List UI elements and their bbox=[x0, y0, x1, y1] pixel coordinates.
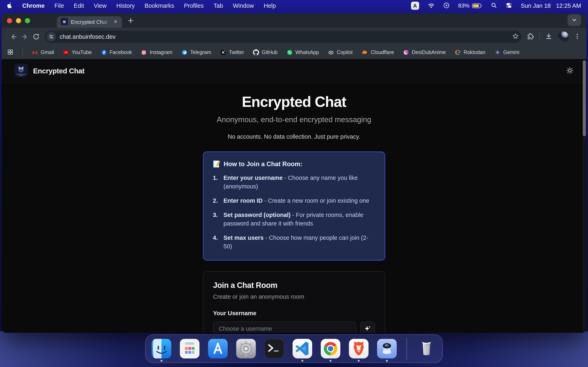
tab-title: Encrypted Chat - Anonymous bbox=[71, 19, 110, 25]
google-g-icon bbox=[455, 49, 461, 55]
input-source-badge[interactable]: A bbox=[411, 2, 419, 10]
url-text[interactable]: chat.anbuinfosec.dev bbox=[60, 33, 116, 40]
menu-bookmarks[interactable]: Bookmarks bbox=[145, 2, 174, 9]
twitter-x-icon bbox=[220, 49, 226, 55]
join-card-subtitle: Create or join an anonymous room bbox=[213, 293, 375, 300]
username-input[interactable] bbox=[213, 322, 356, 333]
telegram-icon bbox=[182, 49, 188, 55]
hero-subtitle: Anonymous, end-to-end encrypted messagin… bbox=[2, 115, 586, 124]
facebook-icon bbox=[101, 49, 107, 55]
close-window-button[interactable] bbox=[7, 18, 12, 23]
menu-file[interactable]: File bbox=[54, 2, 64, 9]
menu-profiles[interactable]: Profiles bbox=[184, 2, 204, 9]
macos-dock bbox=[145, 334, 443, 363]
bookmark-twitter[interactable]: Twitter bbox=[220, 49, 244, 55]
memo-emoji-icon: 📝 bbox=[213, 160, 221, 168]
tab-search-button[interactable] bbox=[568, 14, 581, 26]
site-header: ANONYMOUSCHAT Encrypted Chat bbox=[2, 59, 586, 83]
tab-close-icon[interactable] bbox=[113, 19, 118, 25]
chrome-icon bbox=[324, 342, 337, 355]
menu-time: 12:25 AM bbox=[556, 2, 581, 9]
bookmark-facebook[interactable]: Facebook bbox=[101, 49, 132, 55]
bookmark-cloudflare[interactable]: Cloudflare bbox=[362, 49, 394, 55]
spotlight-search-icon[interactable] bbox=[491, 2, 497, 9]
profile-avatar[interactable] bbox=[558, 31, 569, 42]
bookmark-whatsapp[interactable]: WhatsApp bbox=[287, 49, 319, 55]
svg-text:ANONYMOUS: ANONYMOUS bbox=[17, 73, 26, 75]
bookmark-gemini[interactable]: Gemini bbox=[494, 49, 519, 55]
downloads-icon[interactable] bbox=[545, 33, 553, 41]
apps-grid-icon[interactable] bbox=[7, 49, 13, 56]
bookmark-star-icon[interactable] bbox=[512, 33, 519, 41]
dock-terminal[interactable] bbox=[264, 339, 284, 359]
bookmark-roktodan[interactable]: Roktodan bbox=[455, 49, 485, 55]
dock-preview[interactable] bbox=[377, 339, 397, 359]
menu-view[interactable]: View bbox=[94, 2, 106, 9]
menu-app-name[interactable]: Chrome bbox=[22, 2, 45, 9]
web-page: ANONYMOUSCHAT Encrypted Chat Encrypted C… bbox=[2, 59, 586, 333]
menu-tab[interactable]: Tab bbox=[214, 2, 223, 9]
new-tab-button[interactable] bbox=[127, 17, 134, 25]
site-settings-icon[interactable] bbox=[47, 32, 56, 42]
play-circle-icon[interactable] bbox=[443, 2, 450, 9]
vscode-icon bbox=[293, 339, 312, 359]
step-4: 4. Set max users - Choose how many peopl… bbox=[213, 234, 375, 250]
chrome-window: Encrypted Chat - Anonymous chat.anbuinfo… bbox=[2, 13, 586, 333]
minimize-window-button[interactable] bbox=[16, 18, 21, 23]
bookmark-telegram[interactable]: Telegram bbox=[182, 49, 211, 55]
apple-logo-icon[interactable] bbox=[7, 2, 12, 9]
brave-icon bbox=[349, 339, 369, 359]
menu-date: Sun Jan 18 bbox=[521, 2, 551, 9]
dock-chrome[interactable] bbox=[321, 339, 340, 359]
forward-button[interactable] bbox=[19, 31, 31, 42]
menu-edit[interactable]: Edit bbox=[74, 2, 84, 9]
join-chat-room-card: Join a Chat Room Create or join an anony… bbox=[203, 271, 385, 333]
menu-window[interactable]: Window bbox=[233, 2, 254, 9]
reload-button[interactable] bbox=[31, 31, 42, 42]
active-tab[interactable]: Encrypted Chat - Anonymous bbox=[57, 16, 122, 28]
extensions-icon[interactable] bbox=[527, 33, 534, 41]
address-bar[interactable]: chat.anbuinfosec.dev bbox=[45, 31, 521, 43]
dock-app-store[interactable] bbox=[208, 339, 228, 359]
dock-system-settings[interactable] bbox=[236, 339, 256, 359]
dock-finder[interactable] bbox=[152, 339, 171, 359]
gmail-icon bbox=[32, 49, 38, 55]
instagram-icon bbox=[141, 49, 147, 55]
dock-launchpad[interactable] bbox=[180, 339, 199, 359]
zoom-window-button[interactable] bbox=[25, 18, 30, 23]
dock-brave[interactable] bbox=[349, 339, 369, 359]
site-logo: ANONYMOUSCHAT bbox=[14, 64, 28, 78]
toolbar-divider bbox=[539, 33, 540, 41]
control-center-icon[interactable] bbox=[506, 2, 512, 9]
bookmark-github[interactable]: GitHub bbox=[253, 49, 278, 55]
sparkles-icon bbox=[364, 325, 371, 332]
bookmark-instagram[interactable]: Instagram bbox=[141, 49, 172, 55]
trash-icon bbox=[417, 339, 436, 359]
bookmark-youtube[interactable]: YouTube bbox=[63, 49, 92, 55]
step-1: 1. Enter your username - Choose any name… bbox=[213, 174, 375, 191]
page-scrollbar-thumb[interactable] bbox=[583, 60, 586, 136]
menu-history[interactable]: History bbox=[116, 2, 135, 9]
random-username-button[interactable] bbox=[360, 322, 375, 333]
battery-percent-label: 83% bbox=[458, 2, 470, 9]
back-button[interactable] bbox=[8, 31, 19, 42]
menu-kebab-icon[interactable] bbox=[574, 33, 580, 41]
bookmark-desidubanime[interactable]: DesiDubAnime bbox=[403, 49, 446, 55]
hero-tagline: No accounts. No data collection. Just pu… bbox=[2, 133, 586, 140]
window-controls bbox=[7, 18, 30, 23]
bookmark-gmail[interactable]: Gmail bbox=[32, 49, 54, 55]
dock-separator bbox=[406, 338, 407, 359]
hero-title: Encrypted Chat bbox=[2, 93, 586, 110]
bookmarks-bar: Gmail YouTube Facebook Instagram Telegra… bbox=[2, 46, 586, 59]
dock-vscode[interactable] bbox=[293, 339, 312, 359]
dock-trash[interactable] bbox=[417, 339, 436, 359]
menu-clock[interactable]: Sun Jan 18 12:25 AM bbox=[521, 2, 581, 9]
wifi-icon[interactable] bbox=[428, 2, 435, 9]
gemini-icon bbox=[494, 49, 501, 55]
bookmark-copilot[interactable]: Copilot bbox=[328, 49, 353, 55]
launchpad-icon bbox=[180, 339, 199, 359]
bookmarks-divider bbox=[22, 49, 23, 56]
menu-help[interactable]: Help bbox=[264, 2, 276, 9]
battery-status[interactable]: 83% bbox=[458, 2, 482, 9]
theme-toggle-sun-icon[interactable] bbox=[566, 67, 574, 75]
